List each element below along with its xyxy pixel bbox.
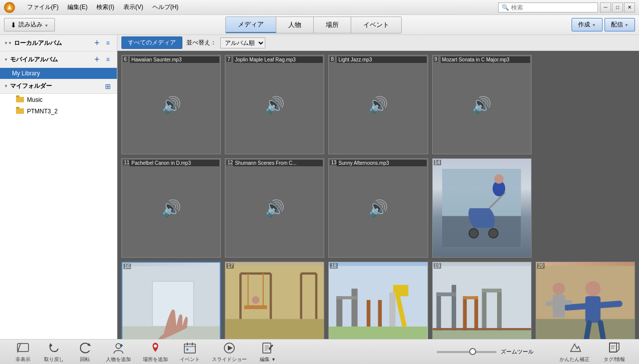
svg-rect-47	[497, 289, 502, 330]
sort-select[interactable]: アルバム順	[220, 37, 265, 48]
svg-rect-24	[244, 306, 267, 310]
sort-label: 並べ替え：	[186, 38, 216, 47]
svg-rect-58	[553, 295, 565, 318]
tool-edit[interactable]: 編集 ▼	[253, 339, 283, 364]
edit-label: 編集 ▼	[260, 356, 276, 363]
tab-places[interactable]: 場所	[314, 17, 351, 33]
tab-events[interactable]: イベント	[351, 17, 401, 33]
media-item-20[interactable]: 20	[536, 262, 635, 339]
local-album-add-button[interactable]: +	[92, 38, 102, 48]
svg-rect-92	[186, 349, 188, 351]
create-dropdown-icon	[592, 21, 596, 28]
folder-music-icon	[16, 95, 24, 104]
tool-tag-info[interactable]: タグ/情報	[598, 339, 631, 364]
local-album-chevron: ▼	[4, 41, 12, 45]
svg-rect-54	[585, 297, 600, 323]
tool-quick-fix[interactable]: かんたん補正	[554, 339, 596, 364]
zoom-label: ズームツール	[501, 348, 534, 356]
media-item-12[interactable]: 12 Shumann Scenes From C... 🔊	[225, 158, 324, 258]
media-item-11[interactable]: 11 Pachelbel Canon in D.mp3 🔊	[121, 158, 221, 258]
media-item-19[interactable]: 19	[432, 262, 532, 339]
mobile-album-add-button[interactable]: +	[92, 54, 102, 64]
title-bar-left: ファイル(F) 編集(E) 検索(I) 表示(V) ヘルプ(H)	[4, 2, 182, 13]
tool-add-person[interactable]: 人物を追加	[100, 339, 137, 364]
svg-point-52	[585, 281, 600, 296]
zoom-slider[interactable]	[437, 351, 497, 353]
create-button[interactable]: 作成	[572, 18, 602, 31]
zoom-area: ズームツール	[437, 348, 534, 356]
svg-rect-46	[482, 289, 486, 330]
svg-marker-102	[610, 343, 619, 352]
svg-rect-49	[433, 328, 531, 331]
media-item-empty-1[interactable]	[536, 55, 635, 154]
folder-music[interactable]: Music	[0, 94, 117, 105]
search-input[interactable]	[511, 4, 591, 11]
svg-rect-33	[337, 297, 358, 300]
maximize-button[interactable]: □	[612, 2, 623, 12]
media-item-18[interactable]: 18	[328, 262, 428, 339]
my-folder-chevron: ▼	[4, 84, 8, 88]
media-grid: 6 Hawaiian Saunter.mp3 🔊 7 Joplin Maple …	[117, 51, 639, 339]
hide-label: 非表示	[15, 356, 30, 363]
close-button[interactable]: ✕	[624, 2, 635, 12]
tool-add-place[interactable]: 場所を追加	[137, 339, 174, 364]
hide-icon	[16, 341, 30, 355]
tool-slideshow[interactable]: スライドショー	[206, 339, 253, 364]
tab-people[interactable]: 人物	[276, 17, 314, 33]
import-icon: ⬇	[10, 21, 16, 29]
window-controls: ─ □ ✕	[600, 2, 635, 12]
zoom-handle[interactable]	[469, 348, 476, 355]
audio-icon-6: 🔊	[161, 95, 181, 114]
menu-search[interactable]: 検索(I)	[92, 2, 118, 12]
media-item-16[interactable]: 16	[121, 262, 221, 339]
media-item-17[interactable]: 17	[225, 262, 324, 339]
media-item-8[interactable]: 8 Light Jazz.mp3 🔊	[328, 55, 428, 154]
mobile-album-title: モバイルアルバム	[10, 55, 91, 64]
search-box[interactable]: 🔍	[498, 2, 598, 12]
local-album-header[interactable]: ▼ ローカルアルバム + ≡	[0, 35, 117, 51]
my-library-item[interactable]: My Library	[0, 68, 117, 79]
minimize-button[interactable]: ─	[600, 2, 611, 12]
menu-edit[interactable]: 編集(E)	[63, 2, 91, 12]
media-item-7[interactable]: 7 Joplin Maple Leaf Rag.mp3 🔊	[225, 55, 324, 154]
action-buttons: 作成 配信	[572, 18, 635, 31]
media-item-9[interactable]: 9 Mozart Sonata in C Major.mp3 🔊	[432, 55, 532, 154]
event-icon	[183, 341, 197, 355]
tool-event[interactable]: イベント	[174, 339, 206, 364]
folder-ptmnt-icon	[16, 107, 24, 115]
tool-hide[interactable]: 非表示	[8, 339, 38, 364]
audio-icon-13: 🔊	[368, 199, 388, 218]
tab-media[interactable]: メディア	[226, 17, 276, 33]
tab-group: メディア 人物 場所 イベント	[225, 16, 402, 33]
media-item-14[interactable]: 14	[432, 158, 532, 258]
local-album-more-button[interactable]: ≡	[103, 38, 113, 48]
svg-marker-94	[228, 346, 233, 351]
undo-label: 取り戻し	[44, 356, 64, 363]
svg-point-25	[252, 297, 259, 304]
title-bar-right: 🔍 ─ □ ✕	[498, 2, 635, 12]
media-item-empty-2[interactable]	[536, 158, 635, 258]
tool-undo[interactable]: 取り戻し	[38, 339, 70, 364]
my-folder-header[interactable]: ▼ マイフォルダー ⊞	[0, 79, 117, 94]
menu-view[interactable]: 表示(V)	[119, 2, 147, 12]
svg-point-13	[494, 174, 504, 184]
menu-help[interactable]: ヘルプ(H)	[148, 2, 183, 12]
svg-point-57	[553, 283, 565, 295]
share-button[interactable]: 配信	[605, 18, 635, 31]
photo-14	[433, 159, 531, 257]
app-logo	[4, 2, 15, 13]
media-item-13[interactable]: 13 Sunny Afternoons.mp3 🔊	[328, 158, 428, 258]
tool-rotate[interactable]: 回転	[70, 339, 100, 364]
my-folder-action-icon[interactable]: ⊞	[105, 82, 111, 90]
media-item-6[interactable]: 6 Hawaiian Saunter.mp3 🔊	[121, 55, 221, 154]
svg-point-11	[489, 229, 498, 238]
menu-file[interactable]: ファイル(F)	[23, 2, 62, 12]
undo-icon	[47, 341, 61, 355]
folder-ptmnt[interactable]: PTMNT3_2	[0, 105, 117, 117]
svg-rect-39	[433, 331, 531, 339]
import-button[interactable]: ⬇ 読み込み	[4, 18, 55, 31]
local-album-section: ▼ ローカルアルバム + ≡	[0, 35, 117, 51]
filter-button[interactable]: すべてのメディア	[121, 36, 182, 49]
mobile-album-more-button[interactable]: ≡	[103, 54, 113, 64]
mobile-album-header[interactable]: ▼ モバイルアルバム + ≡	[0, 51, 117, 68]
